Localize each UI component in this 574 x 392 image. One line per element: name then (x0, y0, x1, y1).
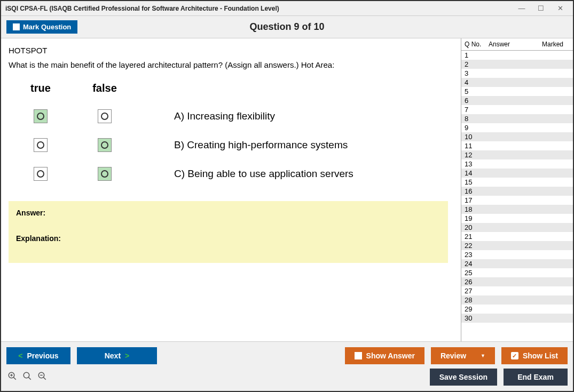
end-exam-button[interactable]: End Exam (504, 369, 568, 386)
svg-point-4 (23, 372, 29, 378)
question-list-panel: Q No. Answer Marked 12345678910111213141… (461, 38, 573, 341)
radio-true[interactable] (34, 138, 48, 152)
list-item[interactable]: 10 (461, 132, 573, 141)
chevron-right-icon: > (125, 351, 129, 360)
list-header-answer: Answer (489, 41, 531, 48)
maximize-button[interactable]: ☐ (537, 4, 545, 13)
answer-label: Answer: (16, 209, 441, 217)
list-item[interactable]: 27 (461, 286, 573, 295)
list-item[interactable]: 2 (461, 60, 573, 69)
svg-line-5 (28, 377, 31, 380)
footer: < Previous Next > Show Answer Review ▼ ✓… (1, 341, 573, 391)
question-prompt: What is the main benefit of the layered … (9, 60, 453, 69)
list-item[interactable]: 19 (461, 214, 573, 223)
previous-button[interactable]: < Previous (6, 347, 70, 364)
list-item[interactable]: 25 (461, 268, 573, 277)
review-button[interactable]: Review ▼ (431, 347, 495, 364)
save-session-button[interactable]: Save Session (430, 369, 497, 386)
list-item[interactable]: 14 (461, 169, 573, 178)
chevron-left-icon: < (18, 351, 22, 360)
radio-false[interactable] (98, 109, 112, 123)
list-item[interactable]: 26 (461, 277, 573, 286)
list-item[interactable]: 30 (461, 314, 573, 323)
radio-true[interactable] (34, 109, 48, 123)
col-false: false (89, 82, 121, 94)
show-answer-button[interactable]: Show Answer (345, 347, 424, 364)
svg-line-7 (43, 377, 46, 380)
zoom-in-button[interactable] (6, 370, 18, 382)
hotspot-row: A) Increasing flexibility (25, 109, 453, 123)
zoom-reset-button[interactable] (21, 370, 33, 382)
hotspot-row: B) Creating high-performance systems (25, 138, 453, 152)
show-answer-checkbox-icon (355, 352, 362, 359)
list-item[interactable]: 22 (461, 241, 573, 250)
option-text: B) Creating high-performance systems (174, 139, 348, 151)
question-type: HOTSPOT (9, 46, 453, 55)
list-item[interactable]: 21 (461, 232, 573, 241)
list-item[interactable]: 7 (461, 105, 573, 114)
list-item[interactable]: 28 (461, 295, 573, 305)
explanation-label: Explanation: (16, 234, 441, 243)
hotspot-row: C) Being able to use application servers (25, 167, 453, 181)
next-button[interactable]: Next > (77, 347, 157, 364)
radio-false[interactable] (98, 138, 112, 152)
list-item[interactable]: 15 (461, 178, 573, 187)
list-item[interactable]: 1 (461, 51, 573, 60)
close-button[interactable]: ✕ (556, 4, 564, 13)
question-list[interactable]: 1234567891011121314151617181920212223242… (461, 51, 573, 341)
list-item[interactable]: 4 (461, 78, 573, 87)
col-true: true (25, 82, 57, 94)
show-list-button[interactable]: ✓ Show List (501, 347, 568, 364)
mark-question-label: Mark Question (23, 23, 71, 31)
checked-icon: ✓ (511, 352, 518, 359)
list-item[interactable]: 20 (461, 223, 573, 232)
zoom-out-button[interactable] (36, 370, 48, 382)
titlebar: iSQI CPSA-FL (ISAQB Certified Profession… (1, 1, 573, 16)
window-title: iSQI CPSA-FL (ISAQB Certified Profession… (5, 5, 517, 12)
list-item[interactable]: 23 (461, 250, 573, 259)
option-text: C) Being able to use application servers (174, 168, 353, 180)
list-item[interactable]: 6 (461, 96, 573, 105)
mark-question-button[interactable]: Mark Question (6, 20, 77, 34)
list-item[interactable]: 12 (461, 150, 573, 159)
list-item[interactable]: 8 (461, 114, 573, 123)
svg-line-1 (13, 377, 16, 380)
question-counter: Question 9 of 10 (249, 21, 324, 33)
header: Mark Question Question 9 of 10 (1, 16, 573, 38)
radio-true[interactable] (34, 167, 48, 181)
list-item[interactable]: 9 (461, 123, 573, 132)
list-item[interactable]: 18 (461, 205, 573, 214)
list-item[interactable]: 11 (461, 141, 573, 150)
mark-checkbox-icon (13, 23, 20, 30)
list-item[interactable]: 5 (461, 87, 573, 96)
list-item[interactable]: 3 (461, 69, 573, 78)
question-panel: HOTSPOT What is the main benefit of the … (1, 38, 461, 341)
list-item[interactable]: 29 (461, 305, 573, 314)
list-header-qno: Q No. (465, 41, 489, 48)
list-item[interactable]: 13 (461, 159, 573, 169)
list-item[interactable]: 24 (461, 259, 573, 268)
option-text: A) Increasing flexibility (174, 110, 275, 122)
list-header-marked: Marked (531, 41, 570, 48)
answer-explanation-panel: Answer: Explanation: (9, 201, 448, 263)
hotspot-table: true false A) Increasing flexibilityB) C… (25, 82, 453, 196)
minimize-button[interactable]: — (517, 4, 526, 13)
list-item[interactable]: 17 (461, 196, 573, 205)
list-item[interactable]: 16 (461, 187, 573, 196)
radio-false[interactable] (98, 167, 112, 181)
dropdown-icon: ▼ (481, 353, 485, 358)
